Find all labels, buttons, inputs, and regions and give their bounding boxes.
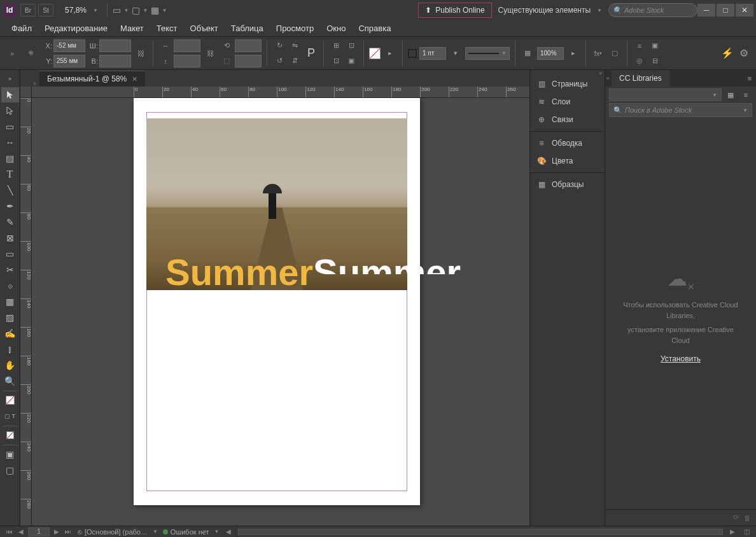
note-tool[interactable]: ✍	[1, 326, 19, 341]
control-menu-icon[interactable]: ⚙	[737, 47, 751, 60]
fill-swatch[interactable]	[369, 48, 381, 59]
list-view-icon[interactable]: ≡	[739, 88, 752, 101]
rectangle-tool[interactable]: ▭	[1, 246, 19, 262]
next-page-button[interactable]: ▶	[52, 527, 61, 536]
cc-search-input[interactable]: 🔍 Поиск в Adobe Stock ▼	[609, 103, 752, 117]
opacity-dropdown-icon[interactable]: ▸	[566, 47, 580, 60]
panel-stroke[interactable]: ≡Обводка	[530, 134, 605, 152]
page-number-input[interactable]: 1	[28, 527, 50, 536]
zoom-level[interactable]: 57,8% ▼	[61, 4, 98, 16]
text-wrap-bbox-icon[interactable]: ▣	[648, 39, 662, 52]
expand-tools-icon[interactable]: »	[1, 71, 19, 87]
view-options-icon[interactable]: ▭▼	[113, 3, 129, 18]
pasteboard[interactable]: Summer Summer	[32, 98, 529, 526]
dock-expand-icon[interactable]: »	[530, 70, 605, 75]
rotate-cw-icon[interactable]: ↻	[272, 39, 286, 52]
line-tool[interactable]: ╲	[1, 183, 19, 198]
rotate-ccw-icon[interactable]: ↺	[272, 55, 286, 67]
first-page-button[interactable]: ⏮	[5, 527, 14, 536]
adobe-stock-search[interactable]: 🔍 Adobe Stock	[608, 3, 697, 17]
menu-window[interactable]: Окно	[320, 21, 352, 36]
last-page-button[interactable]: ⏭	[64, 527, 73, 536]
center-content-icon[interactable]: ⊡	[329, 55, 343, 67]
stroke-swatch[interactable]	[408, 49, 417, 58]
content-collector-tool[interactable]: ▤	[1, 151, 19, 166]
install-link[interactable]: Установить	[661, 354, 701, 363]
vertical-ruler[interactable]: 020406080100120140160180200220240260280	[20, 98, 32, 526]
link-scale-icon[interactable]: ⛓	[203, 47, 217, 60]
y-input[interactable]: 255 мм	[53, 55, 85, 67]
reset-transform-icon[interactable]: P	[304, 47, 318, 60]
type-tool[interactable]: T	[1, 167, 19, 182]
menu-table[interactable]: Таблица	[225, 21, 270, 36]
sync-icon[interactable]: ⟳	[733, 513, 739, 522]
document-tab[interactable]: Безымянный-1 @ 58% ✕	[39, 71, 145, 87]
expand-control-icon[interactable]: »	[5, 47, 19, 60]
pen-tool[interactable]: ✒	[1, 199, 19, 214]
dock-collapse-icon[interactable]: «	[605, 75, 612, 81]
view-mode-preview-icon[interactable]: ▢	[1, 463, 19, 478]
text-wrap-shape-icon[interactable]: ◎	[633, 55, 647, 67]
ruler-origin[interactable]	[20, 87, 32, 98]
reference-point-icon[interactable]: ⁜	[22, 47, 39, 60]
menu-file[interactable]: Файл	[5, 21, 38, 36]
document-page[interactable]: Summer Summer	[134, 98, 420, 505]
gradient-swatch-tool[interactable]: ▦	[1, 294, 19, 309]
trash-icon[interactable]: 🗑	[744, 514, 751, 522]
fill-dropdown-icon[interactable]: ▸	[383, 47, 397, 60]
scroll-right-button[interactable]: ▶	[728, 527, 737, 536]
stroke-style-dropdown[interactable]: ▼	[465, 47, 510, 60]
fill-frame-icon[interactable]: ▣	[344, 55, 358, 67]
panel-menu-icon[interactable]: ≡	[743, 72, 756, 85]
gradient-feather-tool[interactable]: ▨	[1, 310, 19, 325]
screen-mode-icon[interactable]: ▢▼	[132, 3, 148, 18]
close-button[interactable]: ✕	[736, 4, 753, 17]
shear-input[interactable]	[235, 55, 262, 67]
menu-type[interactable]: Текст	[150, 21, 184, 36]
fill-stroke-swatch[interactable]	[1, 393, 19, 408]
flip-v-icon[interactable]: ⇵	[288, 55, 302, 67]
quick-apply-icon[interactable]: ⚡	[720, 47, 734, 60]
panel-layers[interactable]: ≋Слои	[530, 93, 605, 111]
text-frame[interactable]: Summer Summer	[165, 254, 313, 291]
maximize-button[interactable]: □	[717, 4, 734, 17]
rectangle-frame-tool[interactable]: ⊠	[1, 230, 19, 246]
stroke-weight-input[interactable]: 1 пт	[419, 47, 446, 60]
panel-pages[interactable]: ▥Страницы	[530, 75, 605, 93]
apply-color-icon[interactable]: ▢ T	[1, 408, 19, 424]
text-wrap-jump-icon[interactable]: ⊟	[648, 55, 662, 67]
text-wrap-none-icon[interactable]: ≡	[633, 39, 647, 52]
minimize-button[interactable]: ─	[697, 4, 715, 17]
hand-tool[interactable]: ✋	[1, 358, 19, 373]
view-mode-normal-icon[interactable]: ▣	[1, 447, 19, 462]
default-fill-stroke-icon[interactable]	[1, 428, 19, 443]
expand-tab-icon[interactable]: »	[33, 80, 39, 87]
bridge-button[interactable]: Br	[20, 4, 36, 17]
stroke-dropdown-icon[interactable]: ▾	[449, 47, 463, 60]
split-view-icon[interactable]: ◫	[742, 527, 751, 536]
selection-tool[interactable]	[1, 87, 19, 102]
panel-color[interactable]: 🎨Цвета	[530, 152, 605, 170]
stock-button[interactable]: St	[38, 4, 53, 17]
scale-y-input[interactable]	[174, 55, 200, 67]
menu-layout[interactable]: Макет	[114, 21, 150, 36]
existing-elements-dropdown[interactable]: Существующие элементы ▼	[492, 3, 608, 17]
fit-content-icon[interactable]: ⊞	[329, 39, 343, 52]
rotate-input[interactable]	[235, 39, 262, 52]
publish-online-button[interactable]: ⬆ Publish Online	[418, 3, 491, 18]
panel-links[interactable]: ⊕Связи	[530, 111, 605, 129]
cc-libraries-tab[interactable]: CC Libraries	[612, 70, 669, 87]
flip-h-icon[interactable]: ⇋	[288, 39, 302, 52]
library-dropdown[interactable]: ▼	[609, 88, 722, 101]
prev-page-button[interactable]: ◀	[17, 527, 25, 536]
master-page-indicator[interactable]: ⎋ [Основной] (рабо… ▼	[78, 528, 158, 536]
gap-tool[interactable]: ↔	[1, 135, 19, 150]
effects-icon[interactable]: fx▾	[591, 47, 605, 60]
page-tool[interactable]: ▭	[1, 119, 19, 134]
zoom-tool[interactable]: 🔍	[1, 373, 19, 389]
arrange-documents-icon[interactable]: ▦▼	[151, 3, 167, 18]
scroll-left-button[interactable]: ◀	[224, 527, 233, 536]
preflight-status[interactable]: Ошибок нет ▼	[163, 528, 220, 536]
x-input[interactable]: -52 мм	[53, 39, 85, 52]
horizontal-ruler[interactable]: 020406080100120140160180200220240260280	[32, 87, 529, 98]
